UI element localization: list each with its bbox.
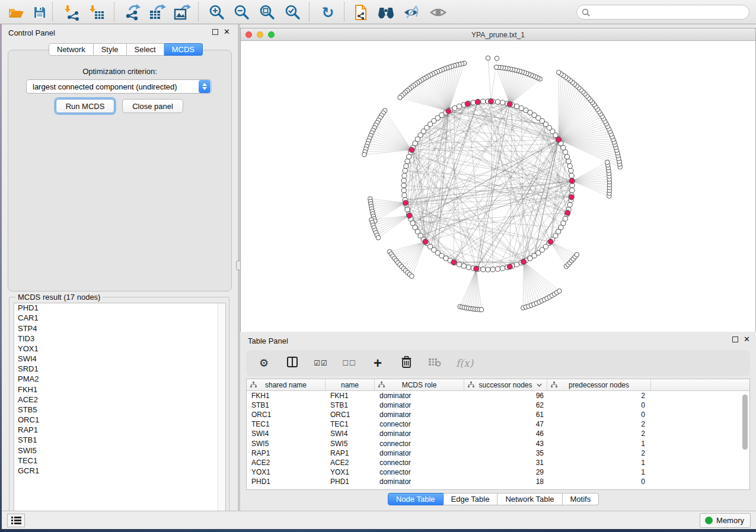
network-leaf-node[interactable]: [556, 70, 561, 75]
network-ring-node[interactable]: [569, 168, 573, 173]
export-network-button[interactable]: [123, 4, 141, 21]
delete-column-trash-icon[interactable]: [399, 356, 413, 371]
network-ring-node[interactable]: [500, 266, 505, 271]
refresh-view-button[interactable]: ↻: [319, 4, 337, 21]
network-hub-node[interactable]: [423, 239, 428, 245]
network-hub-node[interactable]: [407, 213, 412, 218]
criterion-dropdown[interactable]: largest connected component (undirected): [26, 79, 212, 94]
mcds-result-item[interactable]: SWI5: [14, 446, 225, 456]
node-table[interactable]: shared namenameMCDS rolesuccessor nodesp…: [246, 379, 750, 490]
table-cell[interactable]: dominator: [375, 401, 464, 409]
network-ring-node[interactable]: [500, 100, 505, 105]
network-ring-node[interactable]: [490, 267, 495, 272]
network-hub-node[interactable]: [488, 99, 493, 104]
memory-button[interactable]: Memory: [700, 513, 751, 528]
table-cell[interactable]: FKH1: [326, 392, 375, 400]
table-cell[interactable]: 47: [464, 420, 547, 428]
table-cell[interactable]: connector: [375, 468, 464, 476]
float-panel-icon[interactable]: [212, 29, 218, 35]
network-ring-node[interactable]: [452, 106, 457, 111]
select-all-checkboxes-icon[interactable]: ☑☑: [314, 359, 328, 367]
show-columns-icon[interactable]: [285, 356, 299, 371]
table-cell[interactable]: dominator: [375, 477, 464, 486]
table-cell[interactable]: 2: [547, 392, 651, 400]
table-cell[interactable]: 62: [464, 401, 547, 409]
table-cell[interactable]: PHD1: [326, 477, 375, 486]
search-input[interactable]: [590, 8, 738, 17]
zoom-selected-button[interactable]: [284, 4, 302, 21]
table-cell[interactable]: 1: [547, 468, 651, 476]
network-ring-node[interactable]: [402, 173, 407, 178]
table-cell[interactable]: TEC1: [326, 420, 375, 428]
table-row[interactable]: SWI5SWI5connector431: [247, 438, 749, 448]
tab-edge-table[interactable]: Edge Table: [444, 493, 498, 505]
add-column-icon[interactable]: +: [371, 355, 385, 371]
table-cell[interactable]: 35: [464, 449, 547, 457]
table-cell[interactable]: connector: [375, 459, 464, 467]
network-hub-node[interactable]: [446, 108, 451, 114]
table-cell[interactable]: 61: [464, 411, 547, 419]
network-ring-node[interactable]: [406, 154, 411, 159]
table-cell[interactable]: STB1: [326, 401, 375, 409]
table-cell[interactable]: 1: [547, 459, 651, 467]
network-hub-node[interactable]: [556, 137, 562, 142]
network-ring-node[interactable]: [514, 262, 519, 267]
mcds-result-item[interactable]: STB5: [14, 405, 225, 415]
table-options-gear-icon[interactable]: ⚙: [257, 357, 271, 370]
deselect-all-checkboxes-icon[interactable]: ☐☐: [342, 359, 356, 367]
network-hub-node[interactable]: [403, 200, 409, 206]
table-cell[interactable]: dominator: [375, 411, 464, 419]
network-leaf-node[interactable]: [605, 160, 610, 165]
table-row[interactable]: TEC1TEC1connector472: [247, 419, 749, 429]
network-leaf-node[interactable]: [495, 56, 499, 61]
table-cell[interactable]: 0: [547, 411, 651, 419]
network-hub-node[interactable]: [569, 178, 575, 184]
table-cell[interactable]: 0: [547, 401, 651, 409]
network-ring-node[interactable]: [495, 100, 500, 104]
network-ring-node[interactable]: [486, 267, 490, 272]
table-cell[interactable]: connector: [375, 440, 464, 448]
table-row[interactable]: FKH1FKH1dominator962: [247, 391, 749, 400]
network-leaf-node[interactable]: [486, 56, 490, 60]
zoom-fit-button[interactable]: [259, 4, 276, 21]
column-header-MCDS-role[interactable]: MCDS role: [375, 379, 464, 390]
table-cell[interactable]: ACE2: [247, 459, 326, 467]
table-cell[interactable]: 18: [464, 477, 547, 486]
network-leaf-node[interactable]: [494, 65, 499, 70]
mcds-result-item[interactable]: RAP1: [14, 425, 225, 435]
table-cell[interactable]: ORC1: [247, 411, 326, 419]
mcds-result-item[interactable]: GCR1: [14, 466, 225, 476]
delete-table-icon[interactable]: [428, 357, 442, 370]
network-leaf-node[interactable]: [575, 252, 579, 257]
mcds-result-item[interactable]: TEC1: [14, 456, 225, 466]
table-cell[interactable]: dominator: [375, 392, 464, 400]
network-ring-node[interactable]: [404, 164, 409, 168]
function-builder-icon[interactable]: f(x): [456, 357, 473, 369]
network-hub-node[interactable]: [565, 210, 570, 216]
network-leaf-node[interactable]: [362, 152, 367, 157]
table-row[interactable]: ORC1ORC1dominator610: [247, 410, 749, 419]
table-cell[interactable]: PHD1: [247, 477, 326, 486]
import-network-button[interactable]: [63, 4, 81, 21]
export-image-button[interactable]: [173, 4, 191, 21]
toolbar-search[interactable]: [576, 5, 749, 20]
network-hub-node[interactable]: [507, 264, 512, 270]
table-cell[interactable]: 2: [547, 430, 651, 438]
table-cell[interactable]: 96: [464, 392, 547, 400]
close-panel-icon[interactable]: ✕: [224, 28, 230, 36]
network-ring-node[interactable]: [563, 150, 567, 155]
tab-node-table[interactable]: Node Table: [388, 493, 444, 505]
table-cell[interactable]: dominator: [375, 449, 464, 457]
network-hub-node[interactable]: [569, 194, 574, 200]
network-ring-node[interactable]: [466, 265, 471, 270]
network-ring-node[interactable]: [564, 154, 569, 159]
table-cell[interactable]: YOX1: [247, 468, 326, 476]
hide-graphics-details-button[interactable]: [403, 4, 420, 21]
network-ring-node[interactable]: [461, 264, 466, 268]
mcds-result-item[interactable]: TID3: [14, 334, 225, 344]
network-ring-node[interactable]: [401, 188, 406, 193]
table-cell[interactable]: SWI5: [247, 440, 326, 448]
network-leaf-node[interactable]: [410, 274, 414, 278]
close-panel-button[interactable]: Close panel: [122, 99, 183, 113]
network-ring-node[interactable]: [405, 159, 410, 164]
